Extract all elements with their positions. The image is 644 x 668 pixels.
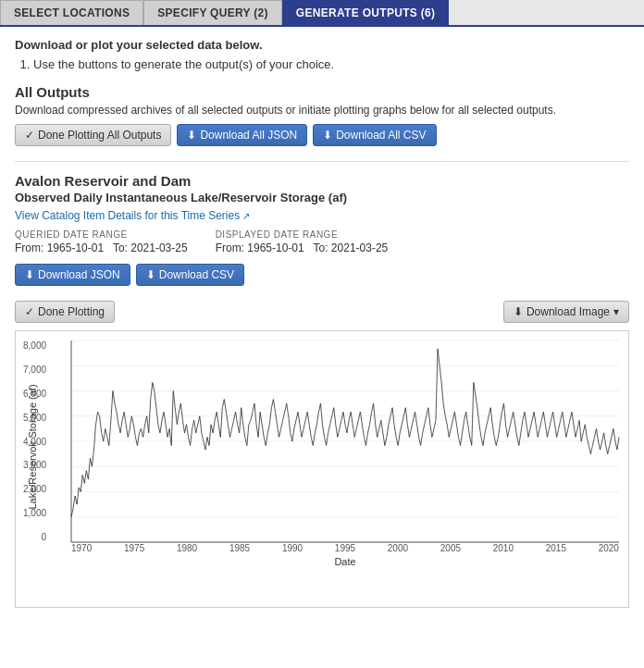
x-tick-2015: 2015	[546, 543, 566, 553]
dropdown-arrow-icon: ▾	[613, 305, 619, 318]
tab-bar: SELECT LOCATIONS SPECIFY QUERY (2) GENER…	[0, 0, 644, 27]
chart-svg	[71, 340, 619, 542]
main-content: Download or plot your selected data belo…	[0, 27, 644, 619]
x-tick-1985: 1985	[229, 543, 250, 553]
location-title: Avalon Reservoir and Dam	[15, 173, 629, 189]
all-outputs-buttons: ✓ Done Plotting All Outputs ⬇ Download A…	[15, 124, 629, 146]
x-tick-1975: 1975	[124, 543, 144, 553]
y-axis-labels: 8,000 7,000 6,000 5,000 4,000 3,000 2,00…	[23, 340, 46, 542]
queried-from-label: From:	[15, 241, 43, 254]
y-tick-6000: 6,000	[23, 389, 46, 399]
all-outputs-desc: Download compressed archives of all sele…	[15, 104, 629, 117]
x-tick-2000: 2000	[388, 543, 408, 553]
intro-steps: Use the buttons to generate the output(s…	[33, 57, 629, 71]
download-all-csv-button[interactable]: ⬇ Download All CSV	[313, 124, 436, 146]
location-download-buttons: ⬇ Download JSON ⬇ Download CSV	[15, 264, 629, 286]
plot-controls-left: ✓ Done Plotting	[15, 301, 115, 323]
download-icon-all-csv: ⬇	[323, 129, 332, 142]
tab-generate-outputs[interactable]: GENERATE OUTPUTS (6)	[282, 0, 449, 25]
section-divider	[15, 161, 629, 162]
displayed-date-range-values: From: 1965-10-01 To: 2021-03-25	[216, 241, 389, 254]
y-tick-0: 0	[41, 532, 46, 542]
displayed-date-range: DISPLAYED DATE RANGE From: 1965-10-01 To…	[216, 229, 389, 254]
displayed-to-value: 2021-03-25	[331, 241, 388, 254]
download-image-button[interactable]: ⬇ Download Image ▾	[503, 301, 629, 323]
done-plotting-all-button[interactable]: ✓ Done Plotting All Outputs	[15, 124, 171, 146]
displayed-from-value: 1965-10-01	[247, 241, 303, 254]
check-icon-all: ✓	[25, 129, 34, 142]
queried-date-range-label: QUERIED DATE RANGE	[15, 229, 188, 240]
tab-specify-query[interactable]: SPECIFY QUERY (2)	[143, 0, 282, 25]
intro-step1: Use the buttons to generate the output(s…	[33, 57, 629, 71]
x-axis-labels: 1970 1975 1980 1985 1990 1995 2000 2005 …	[71, 543, 619, 553]
y-tick-4000: 4,000	[23, 437, 46, 447]
intro-bold: Download or plot your selected data belo…	[15, 38, 629, 52]
displayed-date-range-label: DISPLAYED DATE RANGE	[216, 229, 389, 240]
y-tick-5000: 5,000	[23, 413, 46, 423]
displayed-from-label: From:	[216, 241, 244, 254]
y-tick-8000: 8,000	[23, 340, 46, 351]
y-tick-2000: 2,000	[23, 484, 46, 494]
queried-date-range-values: From: 1965-10-01 To: 2021-03-25	[15, 241, 188, 254]
download-icon-all-json: ⬇	[187, 129, 196, 142]
download-all-json-button[interactable]: ⬇ Download All JSON	[177, 124, 307, 146]
queried-to-value: 2021-03-25	[130, 241, 187, 254]
done-plotting-button[interactable]: ✓ Done Plotting	[15, 301, 115, 323]
x-axis-label: Date	[334, 556, 355, 567]
all-outputs-title: All Outputs	[15, 84, 629, 100]
download-icon-image: ⬇	[514, 305, 523, 318]
download-csv-button[interactable]: ⬇ Download CSV	[136, 264, 244, 286]
x-tick-2020: 2020	[599, 543, 619, 553]
x-tick-2010: 2010	[493, 543, 514, 553]
download-icon-csv: ⬇	[146, 268, 155, 281]
download-icon-json: ⬇	[25, 268, 34, 281]
x-tick-2005: 2005	[440, 543, 461, 553]
download-json-button[interactable]: ⬇ Download JSON	[15, 264, 130, 286]
y-tick-7000: 7,000	[23, 365, 46, 375]
queried-to-label: To:	[113, 241, 128, 254]
tab-select-locations[interactable]: SELECT LOCATIONS	[0, 0, 143, 25]
series-title: Observed Daily Instantaneous Lake/Reserv…	[15, 191, 629, 204]
x-tick-1995: 1995	[335, 543, 355, 553]
chart-wrapper: Lake/Reservoir Storage (af) 8,000 7,000 …	[71, 340, 619, 570]
y-tick-1000: 1,000	[23, 508, 46, 518]
check-icon-plotting: ✓	[25, 305, 34, 318]
x-tick-1970: 1970	[71, 543, 92, 553]
catalog-link[interactable]: View Catalog Item Details for this Time …	[15, 209, 250, 222]
displayed-to-label: To:	[314, 241, 328, 254]
plot-controls: ✓ Done Plotting ⬇ Download Image ▾	[15, 301, 629, 323]
y-tick-3000: 3,000	[23, 460, 46, 470]
x-tick-1990: 1990	[282, 543, 303, 553]
queried-from-value: 1965-10-01	[47, 241, 104, 254]
queried-date-range: QUERIED DATE RANGE From: 1965-10-01 To: …	[15, 229, 188, 254]
chart-container: Lake/Reservoir Storage (af) 8,000 7,000 …	[15, 330, 629, 608]
x-tick-1980: 1980	[177, 543, 197, 553]
date-ranges: QUERIED DATE RANGE From: 1965-10-01 To: …	[15, 229, 629, 254]
